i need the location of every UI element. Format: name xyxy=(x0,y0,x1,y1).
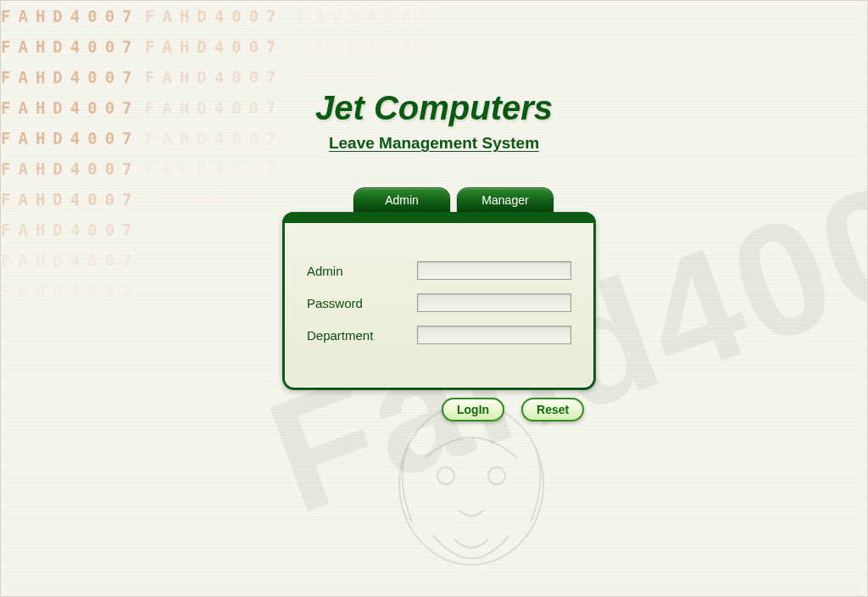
reset-button[interactable]: Reset xyxy=(521,398,584,421)
watermark-column-1: FAHD4007 FAHD4007 FAHD4007 FAHD4007 FAHD… xyxy=(1,1,140,306)
user-label: Admin xyxy=(307,264,417,278)
password-label: Password xyxy=(307,296,417,310)
page-header: Jet Computers Leave Management System xyxy=(1,89,867,153)
login-button[interactable]: LogIn xyxy=(442,398,504,421)
department-label: Department xyxy=(307,328,417,343)
face-doodle-icon xyxy=(374,399,569,586)
row-department: Department xyxy=(307,326,571,344)
tab-admin[interactable]: Admin xyxy=(353,187,450,214)
department-input[interactable] xyxy=(417,326,571,344)
button-bar: LogIn Reset xyxy=(442,398,584,421)
row-user: Admin xyxy=(307,261,571,280)
svg-point-0 xyxy=(399,404,543,565)
svg-point-1 xyxy=(437,467,454,484)
svg-point-2 xyxy=(488,467,505,484)
page-subtitle: Leave Management System xyxy=(1,134,867,153)
row-password: Password xyxy=(307,293,571,312)
login-tabs: Admin Manager xyxy=(353,187,596,214)
user-input[interactable] xyxy=(417,261,571,280)
login-panel: Admin Password Department xyxy=(282,212,596,390)
page-title: Jet Computers xyxy=(1,89,867,127)
password-input[interactable] xyxy=(417,293,571,312)
tab-manager[interactable]: Manager xyxy=(457,187,554,214)
